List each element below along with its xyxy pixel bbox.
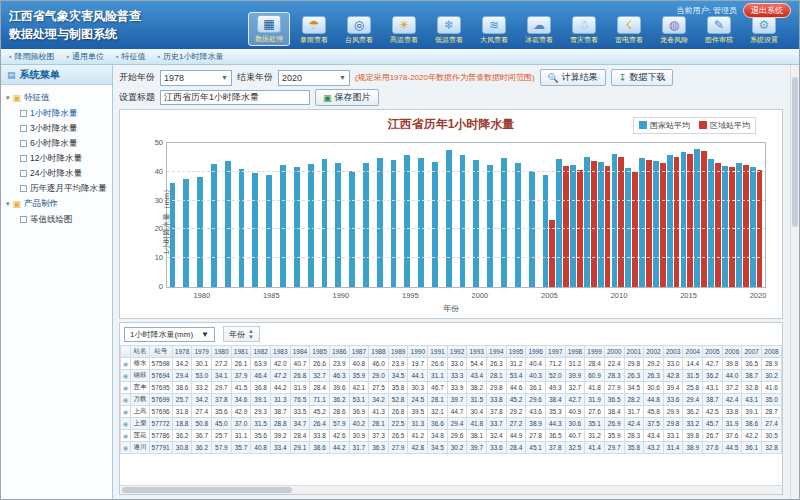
start-year-select[interactable]: 1978 ▼ xyxy=(160,70,232,86)
checkbox-icon[interactable] xyxy=(20,110,27,117)
nav-item-图件审核[interactable]: ✎图件审核 xyxy=(698,14,740,46)
year-column-2002[interactable]: 2002 xyxy=(644,346,664,358)
nav-item-台风查看[interactable]: ◎台风查看 xyxy=(338,14,380,46)
year-column-1988[interactable]: 1988 xyxy=(369,346,389,358)
row-select-icon[interactable]: ◉ xyxy=(121,418,131,430)
year-column-1996[interactable]: 1996 xyxy=(526,346,546,358)
year-column-1980[interactable]: 1980 xyxy=(212,346,232,358)
year-column-2005[interactable]: 2005 xyxy=(703,346,723,358)
year-column-2007[interactable]: 2007 xyxy=(742,346,762,358)
station-id-cell: 57696 xyxy=(149,406,172,418)
year-column-1985[interactable]: 1985 xyxy=(310,346,330,358)
year-column-1998[interactable]: 1998 xyxy=(565,346,585,358)
checkbox-icon[interactable] xyxy=(20,140,27,147)
nav-item-雪灾查看[interactable]: ☃雪灾查看 xyxy=(563,14,605,46)
vertical-scrollbar[interactable] xyxy=(790,65,799,499)
year-column-2004[interactable]: 2004 xyxy=(683,346,703,358)
station-data-table: 站名站号197819791980198119821983198419851986… xyxy=(120,345,782,454)
value-cell: 35.3 xyxy=(545,406,565,418)
tree-group-产品制作[interactable]: ▾▣产品制作 xyxy=(4,196,109,212)
year-column-1999[interactable]: 1999 xyxy=(585,346,605,358)
nav-item-大风查看[interactable]: ≋大风查看 xyxy=(473,14,515,46)
nav-item-龙卷风险[interactable]: ◍龙卷风险 xyxy=(653,14,695,46)
year-column-2001[interactable]: 2001 xyxy=(624,346,644,358)
year-column-1995[interactable]: 1995 xyxy=(506,346,526,358)
end-year-select[interactable]: 2020 ▼ xyxy=(278,70,350,86)
year-column-2006[interactable]: 2006 xyxy=(722,346,742,358)
year-column-1994[interactable]: 1994 xyxy=(487,346,507,358)
row-select-icon[interactable]: ◉ xyxy=(121,382,131,394)
year-column-1978[interactable]: 1978 xyxy=(172,346,192,358)
year-column-1982[interactable]: 1982 xyxy=(251,346,271,358)
bar-国家站平均-1996 xyxy=(418,158,424,287)
calc-result-button[interactable]: 🔍 计算结果 xyxy=(540,69,606,86)
row-select-icon[interactable]: ◉ xyxy=(121,394,131,406)
logout-button[interactable]: 退出系统 xyxy=(743,3,791,18)
year-column-1992[interactable]: 1992 xyxy=(447,346,467,358)
data-download-button[interactable]: ↧ 数据下载 xyxy=(611,69,674,86)
nav-item-冰雹查看[interactable]: ☁冰雹查看 xyxy=(518,14,560,46)
year-column-1984[interactable]: 1984 xyxy=(290,346,310,358)
nav-item-数据处理[interactable]: ▦数据处理 xyxy=(248,12,290,46)
year-column-2003[interactable]: 2003 xyxy=(663,346,683,358)
vertical-scrollbar-thumb[interactable] xyxy=(792,77,798,227)
year-column-1991[interactable]: 1991 xyxy=(428,346,448,358)
nav-item-暴雨查看[interactable]: ☂暴雨查看 xyxy=(293,14,335,46)
table-row-遂川[interactable]: ◉遂川5779130.836.257.935.740.833.429.138.6… xyxy=(121,442,782,454)
year-column-2000[interactable]: 2000 xyxy=(604,346,624,358)
row-select-icon[interactable]: ◉ xyxy=(121,430,131,442)
tree-item-等值线绘图[interactable]: 等值线绘图 xyxy=(4,212,109,227)
year-column-1979[interactable]: 1979 xyxy=(192,346,212,358)
year-sort-control[interactable]: 年份 ▲▼ xyxy=(223,326,260,342)
checkbox-icon[interactable] xyxy=(20,155,27,162)
row-select-icon[interactable]: ◉ xyxy=(121,370,131,382)
tree-item-3小时降水量[interactable]: 3小时降水量 xyxy=(4,121,109,136)
row-select-icon[interactable]: ◉ xyxy=(121,358,131,370)
year-column-1997[interactable]: 1997 xyxy=(545,346,565,358)
tree-group-特征值[interactable]: ▾▣特征值 xyxy=(4,90,109,106)
year-column-1987[interactable]: 1987 xyxy=(349,346,369,358)
table-row-铜鼓[interactable]: ◉铜鼓5769429.453.034.137.946.447.226.832.7… xyxy=(121,370,782,382)
breadcrumb-item-1[interactable]: ▪通用单位 xyxy=(66,51,103,62)
year-column-1986[interactable]: 1986 xyxy=(329,346,349,358)
nav-item-高温查看[interactable]: ☀高温查看 xyxy=(383,14,425,46)
horizontal-scrollbar[interactable] xyxy=(120,485,782,494)
tree-item-6小时降水量[interactable]: 6小时降水量 xyxy=(4,136,109,151)
tree-item-1小时降水量[interactable]: 1小时降水量 xyxy=(4,106,109,121)
horizontal-scrollbar-thumb[interactable] xyxy=(122,487,292,493)
row-select-icon[interactable]: ◉ xyxy=(121,406,131,418)
year-column-1983[interactable]: 1983 xyxy=(270,346,290,358)
table-row-修水[interactable]: ◉修水5759834.230.127.226.163.942.040.726.6… xyxy=(121,358,782,370)
year-column-1981[interactable]: 1981 xyxy=(231,346,251,358)
checkbox-icon[interactable] xyxy=(20,216,27,223)
breadcrumb-item-0[interactable]: ▪降雨频校图 xyxy=(9,51,54,62)
table-row-上高[interactable]: ◉上高5769631.827.435.642.929.338.733.545.2… xyxy=(121,406,782,418)
tree-item-24小时降水量[interactable]: 24小时降水量 xyxy=(4,166,109,181)
breadcrumb-item-3[interactable]: ▪历史1小时降水量 xyxy=(157,51,223,62)
year-column-1990[interactable]: 1990 xyxy=(408,346,428,358)
nav-item-雷电查看[interactable]: ☇雷电查看 xyxy=(608,14,650,46)
year-column-1989[interactable]: 1989 xyxy=(388,346,408,358)
checkbox-icon[interactable] xyxy=(20,185,27,192)
save-image-button[interactable]: ▣ 保存图片 xyxy=(315,89,379,106)
table-row-上栗[interactable]: ◉上栗5777218.850.845.037.031.528.834.726.4… xyxy=(121,418,782,430)
checkbox-icon[interactable] xyxy=(20,125,27,132)
chart-title-input[interactable] xyxy=(160,90,310,105)
year-column-2008[interactable]: 2008 xyxy=(762,346,782,358)
download-icon: ↧ xyxy=(619,73,627,83)
checkbox-icon[interactable] xyxy=(20,170,27,177)
value-cell: 45.1 xyxy=(526,442,546,454)
nav-item-系统设置[interactable]: ⚙系统设置 xyxy=(743,14,785,46)
table-row-宜丰[interactable]: ◉宜丰5769538.633.229.741.536.844.231.928.4… xyxy=(121,382,782,394)
nav-item-低温查看[interactable]: ❄低温查看 xyxy=(428,14,470,46)
breadcrumb-item-2[interactable]: ▪特征值 xyxy=(116,51,145,62)
measure-select[interactable]: 1小时降水量(mm) ▼ xyxy=(124,327,215,342)
table-row-莲花[interactable]: ◉莲花5778636.236.725.731.135.639.228.433.8… xyxy=(121,430,782,442)
row-select-icon[interactable]: ◉ xyxy=(121,442,131,454)
tree-item-历年逐月平均降水量[interactable]: 历年逐月平均降水量 xyxy=(4,181,109,196)
year-column-1993[interactable]: 1993 xyxy=(467,346,487,358)
value-cell: 33.8 xyxy=(722,406,742,418)
table-row-万载[interactable]: ◉万载5769925.734.237.834.639.131.376.571.1… xyxy=(121,394,782,406)
tree-item-12小时降水量[interactable]: 12小时降水量 xyxy=(4,151,109,166)
value-cell: 41.2 xyxy=(408,430,428,442)
